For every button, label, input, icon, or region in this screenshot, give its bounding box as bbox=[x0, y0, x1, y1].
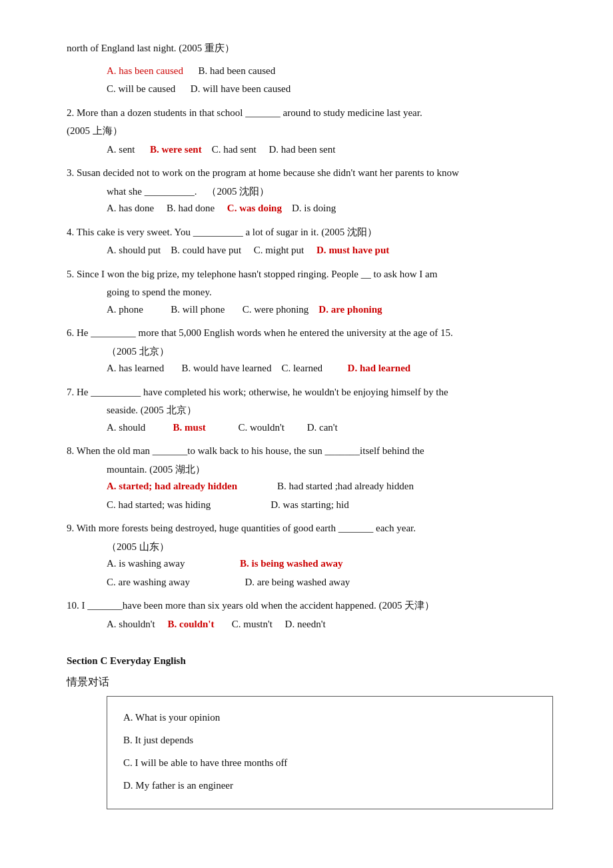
question-10: 10. I _______have been more than six yea… bbox=[67, 597, 560, 633]
q10-optD: D. needn't bbox=[285, 619, 326, 629]
q3-indent-text: what she __________. bbox=[107, 186, 197, 197]
q5-options: A. phone B. will phone C. were phoning D… bbox=[107, 301, 560, 319]
q5-optD-text: are phoning bbox=[331, 304, 382, 315]
question-7: 7. He __________ have completed his work… bbox=[67, 384, 560, 437]
q8-row1: A. started; had already hidden B. had st… bbox=[107, 478, 560, 495]
question-3: 3. Susan decided not to work on the prog… bbox=[67, 165, 560, 217]
q2-options: A. sent B. were sent C. had sent D. had … bbox=[107, 141, 560, 159]
q8-optB: B. had started ;had already hidden bbox=[277, 481, 414, 491]
q7-text2: seaside. (2005 北京） bbox=[107, 402, 560, 419]
q9-optD: D. are being washed away bbox=[245, 577, 350, 587]
q9-optB-label: B. bbox=[240, 558, 249, 569]
q3-optA: A. has done bbox=[107, 203, 154, 213]
q3-options: A. has done B. had done C. was doing D. … bbox=[107, 200, 560, 217]
q9-optB-text: is being washed away bbox=[252, 558, 343, 569]
q6-optA: A. has learned bbox=[107, 363, 164, 373]
q2-optC: C. had sent bbox=[212, 144, 257, 155]
q4-optC: C. might put bbox=[254, 245, 304, 255]
q7-optC: C. wouldn't bbox=[239, 422, 285, 433]
question-4: 4. This cake is very sweet. You ________… bbox=[67, 224, 560, 259]
q9-text: 9. With more forests being destroyed, hu… bbox=[67, 520, 560, 537]
q8-optA-label: A. bbox=[107, 481, 117, 491]
q5-optC: C. were phoning bbox=[243, 304, 309, 315]
q3-optC-text: was doing bbox=[239, 203, 282, 213]
q1-optA-label: A. bbox=[107, 65, 117, 76]
q3-indent: what she __________. （2005 沈阳） bbox=[107, 183, 560, 201]
q3-text: 3. Susan decided not to work on the prog… bbox=[67, 165, 560, 182]
q10-text: 10. I _______have been more than six yea… bbox=[67, 597, 560, 615]
q1-row1: A. has been caused B. had been caused bbox=[107, 63, 560, 80]
q6-text: 6. He _________ more that 5,000 English … bbox=[67, 325, 560, 342]
q6-optB: B. would have learned bbox=[181, 363, 271, 373]
question-1-options: A. has been caused B. had been caused C.… bbox=[67, 63, 560, 98]
q2-year: (2005 上海） bbox=[67, 123, 560, 140]
dialog-item-B: B. It just depends bbox=[123, 730, 536, 750]
question-8: 8. When the old man _______to walk back … bbox=[67, 443, 560, 513]
q1-row2: C. will be caused D. will have been caus… bbox=[107, 81, 560, 98]
q4-text: 4. This cake is very sweet. You ________… bbox=[67, 224, 560, 241]
q1-optC-text: will be caused bbox=[119, 83, 176, 94]
q6-optD-text: had learned bbox=[360, 363, 410, 373]
q6-options: A. has learned B. would have learned C. … bbox=[107, 360, 560, 377]
q6-optD-label: D. bbox=[348, 363, 358, 373]
dialog-item-A: A. What is your opinion bbox=[123, 707, 536, 727]
q10-optA: A. shouldn't bbox=[107, 619, 155, 629]
q9-row2: C. are washing away D. are being washed … bbox=[107, 574, 560, 591]
q4-options: A. should put B. could have put C. might… bbox=[107, 242, 560, 259]
q5-optA: A. phone bbox=[107, 304, 143, 315]
dialog-item-C: C. I will be able to have three months o… bbox=[123, 753, 536, 773]
top-line: north of England last night. (2005 重庆） bbox=[67, 40, 560, 57]
question-6: 6. He _________ more that 5,000 English … bbox=[67, 325, 560, 377]
q1-optA-text: has been caused bbox=[119, 65, 183, 76]
q2-optB-label: B. bbox=[150, 144, 159, 155]
q2-text: 2. More than a dozen students in that sc… bbox=[67, 105, 560, 122]
q8-optA-text: started; had already hidden bbox=[119, 481, 237, 491]
q4-optA: A. should put bbox=[107, 245, 161, 255]
q2-optB-text: were sent bbox=[162, 144, 202, 155]
dialog-box: A. What is your opinion B. It just depen… bbox=[107, 696, 553, 809]
q1-optB: B. had been caused bbox=[198, 65, 275, 76]
q10-optB-label: B. bbox=[167, 619, 177, 629]
q8-optC: C. had started; was hiding bbox=[107, 499, 211, 510]
q10-optC: C. mustn't bbox=[232, 619, 273, 629]
q8-optD: D. was starting; hid bbox=[271, 499, 349, 510]
q2-optD: D. had been sent bbox=[269, 144, 335, 155]
q5-optD-label: D. bbox=[318, 304, 328, 315]
q3-optB: B. had done bbox=[167, 203, 215, 213]
q5-optB: B. will phone bbox=[171, 304, 225, 315]
q6-year: （2005 北京） bbox=[107, 343, 560, 361]
q3-optD: D. is doing bbox=[292, 203, 336, 213]
q5-text2: going to spend the money. bbox=[107, 284, 560, 301]
q8-text: 8. When the old man _______to walk back … bbox=[67, 443, 560, 460]
q4-optD-text: must have put bbox=[328, 245, 389, 255]
q10-optB-text: couldn't bbox=[179, 619, 215, 629]
q7-options: A. should B. must C. wouldn't D. can't bbox=[107, 419, 560, 437]
q7-optA: A. should bbox=[107, 422, 145, 433]
q7-optB-text: must bbox=[185, 422, 206, 433]
question-5: 5. Since I won the big prize, my telepho… bbox=[67, 266, 560, 319]
q2-optA: A. sent bbox=[107, 144, 135, 155]
dialog-item-D: D. My father is an engineer bbox=[123, 775, 536, 795]
q4-optB: B. could have put bbox=[171, 245, 241, 255]
q3-optC-label: C. bbox=[227, 203, 237, 213]
q9-year: （2005 山东） bbox=[107, 539, 560, 556]
q4-optD-label: D. bbox=[316, 245, 326, 255]
q7-text: 7. He __________ have completed his work… bbox=[67, 384, 560, 401]
question-2: 2. More than a dozen students in that sc… bbox=[67, 105, 560, 159]
q9-optA: A. is washing away bbox=[107, 558, 185, 569]
section-c-title: Section C Everyday English bbox=[67, 653, 560, 670]
q8-row2: C. had started; was hiding D. was starti… bbox=[107, 497, 560, 514]
q7-optD: D. can't bbox=[307, 422, 338, 433]
situation-title: 情景对话 bbox=[67, 673, 560, 691]
q10-options: A. shouldn't B. couldn't C. mustn't D. n… bbox=[107, 616, 560, 633]
q6-optC: C. learned bbox=[281, 363, 322, 373]
q8-text2: mountain. (2005 湖北） bbox=[107, 461, 560, 479]
q3-year: （2005 沈阳） bbox=[207, 186, 269, 197]
q1-optC-label: C. bbox=[107, 83, 116, 94]
q9-optC: C. are washing away bbox=[107, 577, 190, 587]
q9-row1: A. is washing away B. is being washed aw… bbox=[107, 555, 560, 573]
q5-text: 5. Since I won the big prize, my telepho… bbox=[67, 266, 560, 283]
q7-optB-label: B. bbox=[173, 422, 183, 433]
q1-optD: D. will have been caused bbox=[191, 83, 291, 94]
question-9: 9. With more forests being destroyed, hu… bbox=[67, 520, 560, 591]
